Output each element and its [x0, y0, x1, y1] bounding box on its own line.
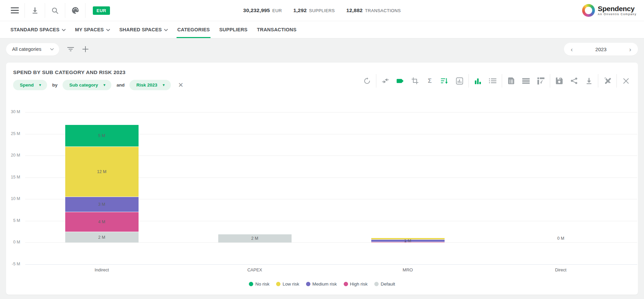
bar-chart-view-button[interactable]	[470, 74, 485, 88]
tab-categories[interactable]: CATEGORIES	[173, 21, 215, 38]
bar-segment[interactable]	[371, 238, 445, 239]
tab-shared-spaces[interactable]: SHARED SPACES	[115, 21, 173, 38]
stat-value: 30,232,995	[243, 7, 270, 13]
legend-dot-icon	[374, 282, 379, 286]
label-button[interactable]	[393, 74, 408, 88]
merge-button[interactable]	[378, 74, 393, 88]
bar-segment[interactable]: 1 M	[371, 240, 445, 242]
divider	[376, 74, 376, 88]
legend-item[interactable]: Default	[374, 281, 395, 287]
y-tick-label: 10 M	[4, 196, 20, 201]
list-icon	[489, 78, 496, 84]
top-bar: EUR 30,232,995 EUR 1,292 SUPPLIERS 12,88…	[0, 0, 644, 21]
bar-segment[interactable]: 5 M	[65, 125, 139, 146]
bar-slot: 2 M	[178, 112, 331, 264]
logo-ring-icon	[582, 4, 595, 17]
x-axis: IndirectCAPEXMRODirect	[25, 267, 637, 274]
share-icon	[571, 77, 577, 84]
save-button[interactable]	[552, 74, 567, 88]
stat-value: 1,292	[293, 7, 307, 13]
remove-series-button[interactable]: ✕	[178, 81, 184, 89]
prev-year-button[interactable]: ‹	[569, 46, 574, 53]
tab-transactions[interactable]: TRANSACTIONS	[252, 21, 301, 38]
crop-button[interactable]	[408, 74, 422, 88]
y-axis: 30 M25 M20 M15 M10 M5 M0 M-5 M	[6, 112, 22, 264]
tab-standard-spaces[interactable]: STANDARD SPACES	[6, 21, 70, 38]
download-button[interactable]	[25, 3, 45, 18]
chevron-down-icon	[106, 29, 110, 31]
bar-slot: 2 M4 M3 M12 M5 M	[25, 112, 178, 264]
stat-label: SUPPLIERS	[309, 8, 335, 13]
export-button[interactable]	[581, 74, 596, 88]
legend-item[interactable]: High risk	[344, 281, 368, 287]
legend-label: Low risk	[282, 281, 299, 287]
menu-button[interactable]	[5, 3, 25, 18]
share-button[interactable]	[567, 74, 581, 88]
add-widget-button[interactable]	[78, 43, 93, 56]
bar-chart-icon	[475, 78, 481, 84]
segment-value-label: 3 M	[98, 202, 105, 207]
stat-transactions: 12,882 TRANSACTIONS	[346, 7, 401, 13]
sum-button[interactable]: Σ	[422, 74, 437, 88]
year-value: 2023	[595, 46, 606, 52]
legend-dot-icon	[249, 282, 253, 286]
chevron-down-icon: ▼	[162, 83, 165, 87]
dimension-chip[interactable]: Sub category ▼	[63, 80, 111, 90]
tools-button[interactable]	[600, 74, 615, 88]
report-button[interactable]	[504, 74, 519, 88]
chart-box-icon	[456, 77, 463, 85]
x-category-label: Direct	[484, 267, 637, 272]
stat-label: TRANSACTIONS	[365, 8, 401, 13]
and-label: and	[115, 82, 125, 88]
legend-item[interactable]: Low risk	[276, 281, 299, 287]
close-icon	[623, 78, 629, 84]
bar-slot: 0 M	[484, 112, 637, 264]
list-view-button[interactable]	[485, 74, 500, 88]
rows-icon	[522, 78, 530, 84]
bar-segment[interactable]: 3 M	[65, 197, 139, 212]
bar-segment[interactable]: 2 M	[65, 232, 139, 242]
tab-my-spaces[interactable]: MY SPACES	[70, 21, 115, 38]
divider	[85, 3, 85, 18]
category-select[interactable]: All categories	[6, 43, 59, 56]
logo[interactable]: Spendency An Onventis Company	[582, 0, 637, 21]
bar-segment[interactable]: 4 M	[65, 212, 139, 232]
panel-toolbar: Σ	[359, 74, 633, 88]
sort-button[interactable]	[437, 74, 452, 88]
chart-legend: No riskLow riskMedium riskHigh riskDefau…	[6, 281, 638, 287]
filter-button[interactable]	[63, 43, 78, 56]
chevron-down-icon	[62, 29, 66, 31]
summary-stats: 30,232,995 EUR 1,292 SUPPLIERS 12,882 TR…	[243, 0, 401, 21]
legend-dot-icon	[276, 282, 280, 286]
tab-label: TRANSACTIONS	[257, 27, 297, 32]
rows-button[interactable]	[519, 74, 533, 88]
tab-label: MY SPACES	[75, 27, 104, 32]
legend-item[interactable]: No risk	[249, 281, 269, 287]
y-tick-label: 30 M	[4, 109, 20, 114]
nav-bar: STANDARD SPACES MY SPACES SHARED SPACES …	[0, 21, 644, 38]
segment-value-label: 5 M	[98, 133, 105, 138]
theme-button[interactable]	[65, 3, 85, 18]
legend-item[interactable]: Medium risk	[306, 281, 337, 287]
legend-label: Medium risk	[312, 281, 337, 287]
tab-label: SHARED SPACES	[119, 27, 162, 32]
chevron-down-icon	[164, 29, 168, 31]
logo-tagline: An Onventis Company	[598, 12, 637, 16]
close-panel-button[interactable]	[618, 74, 633, 88]
divider	[598, 74, 598, 88]
series-chip[interactable]: Risk 2023 ▼	[129, 80, 171, 90]
pivot-button[interactable]	[533, 74, 548, 88]
download-icon	[586, 78, 592, 84]
tab-suppliers[interactable]: SUPPLIERS	[215, 21, 252, 38]
currency-badge[interactable]: EUR	[93, 6, 110, 15]
merge-arrows-icon	[382, 78, 389, 83]
next-year-button[interactable]: ›	[628, 46, 633, 53]
search-button[interactable]	[45, 3, 65, 18]
chart-settings-button[interactable]	[452, 74, 467, 88]
bar-segment[interactable]: 2 M	[218, 234, 292, 243]
measure-chip[interactable]: Spend ▼	[13, 80, 47, 90]
refresh-button[interactable]	[359, 74, 374, 88]
save-icon	[556, 77, 563, 84]
divider	[468, 74, 469, 88]
bar-segment[interactable]: 12 M	[65, 147, 139, 197]
